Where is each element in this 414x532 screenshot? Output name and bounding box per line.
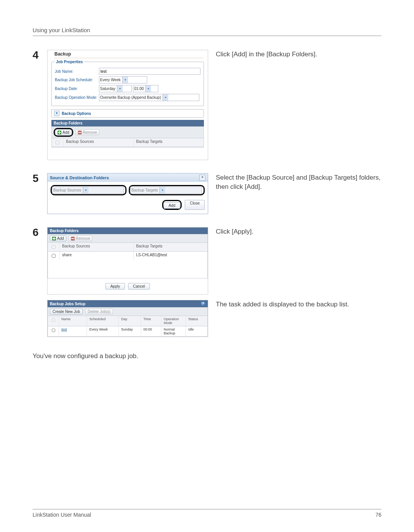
close-button[interactable]: Close: [185, 200, 205, 210]
cell-mode: Normal Backup: [161, 326, 186, 336]
col-status: Status: [186, 316, 207, 326]
remove-button[interactable]: Remove: [69, 236, 92, 241]
day-select[interactable]: Saturday▾: [99, 85, 132, 92]
job-name-link[interactable]: test: [59, 326, 87, 336]
step-number: 4: [33, 50, 47, 61]
chevron-down-icon: ▾: [145, 85, 151, 92]
plus-icon: [52, 237, 56, 241]
jobs-setup-title: Backup Jobs Setup: [50, 302, 85, 306]
panel-title: Backup: [54, 51, 208, 57]
step-description: Click [Add] in the [Backup Folders].: [216, 50, 381, 59]
col-targets: Backup Targets: [134, 138, 204, 147]
step-description: Select the [Backup Source] and [Backup T…: [216, 173, 381, 192]
job-name-label: Job Name:: [55, 69, 99, 74]
chevron-down-icon: ▾: [83, 187, 89, 193]
delete-job-button[interactable]: Delete Job(s): [85, 309, 113, 314]
step-6: 6 Backup Folders Add Remove Backup Sourc…: [33, 227, 381, 295]
select-all-checkbox[interactable]: [52, 318, 55, 322]
minus-icon: [78, 131, 82, 134]
step-5: 5 Source & Destination Folders × Backup …: [33, 173, 381, 214]
chapter-title: Using your LinkStation: [33, 27, 381, 36]
select-all-checkbox[interactable]: [56, 141, 59, 144]
schedule-select[interactable]: Every Week▾: [99, 76, 147, 83]
backup-options-toggle[interactable]: ▾ Backup Options: [51, 109, 204, 118]
dialog-title: Source & Destination Folders: [50, 175, 109, 180]
apply-button[interactable]: Apply: [105, 283, 125, 290]
highlight-ring: Backup Targets▾: [129, 185, 205, 195]
refresh-icon[interactable]: ⟳: [201, 301, 205, 306]
step-description: Click [Apply].: [216, 227, 381, 236]
table-row[interactable]: test Every Week Sunday 00:00 Normal Back…: [48, 326, 207, 336]
jobs-list-section: Backup Jobs Setup ⟳ Create New Job Delet…: [33, 300, 381, 337]
select-all-checkbox[interactable]: [52, 245, 56, 249]
plus-icon: [58, 131, 61, 134]
chevron-down-icon: ▾: [159, 187, 165, 193]
step-number: 5: [33, 173, 47, 184]
mode-select[interactable]: Overwrite Backup (Append Backup)▾: [99, 94, 199, 101]
target-select[interactable]: Backup Targets▾: [130, 187, 202, 194]
add-button[interactable]: Add: [164, 202, 181, 209]
schedule-label: Backup Job Schedule:: [55, 78, 99, 82]
footer-page: 76: [375, 512, 381, 518]
cancel-button[interactable]: Cancel: [128, 283, 150, 290]
step-4: 4 Backup Job Properties Job Name: Backup…: [33, 50, 381, 160]
mode-label: Backup Operation Mode:: [55, 95, 99, 100]
chevron-down-icon: ▾: [122, 77, 128, 83]
col-targets: Backup Targets: [134, 243, 207, 251]
row-checkbox[interactable]: [52, 254, 56, 258]
cell-source: share: [60, 252, 134, 260]
col-sources: Backup Sources: [60, 243, 134, 251]
backup-folders-header: Backup Folders: [51, 120, 204, 126]
col-name: Name: [59, 316, 87, 326]
col-day: Day: [119, 316, 141, 326]
remove-button[interactable]: Remove: [76, 129, 99, 135]
source-select[interactable]: Backup Sources▾: [52, 187, 124, 194]
create-job-button[interactable]: Create New Job: [50, 309, 83, 314]
highlight-ring: Add: [162, 200, 182, 210]
footer-manual: LinkStation User Manual: [33, 512, 91, 518]
col-sources: Backup Sources: [64, 138, 134, 147]
job-name-input[interactable]: [99, 68, 200, 75]
cell-target: LS-CHLAB1@test: [134, 252, 207, 260]
highlight-ring: Add: [54, 128, 73, 137]
cell-scheduled: Every Week: [87, 326, 119, 336]
col-time: Time: [141, 316, 161, 326]
backup-folders-header: Backup Folders: [48, 228, 208, 234]
highlight-ring: Backup Sources▾: [51, 185, 127, 195]
cell-day: Sunday: [119, 326, 141, 336]
col-mode: Operation Mode: [161, 316, 186, 326]
add-button[interactable]: Add: [55, 129, 72, 135]
col-scheduled: Scheduled: [87, 316, 119, 326]
cell-status: Idle: [186, 326, 207, 336]
chevron-down-icon: ▾: [117, 85, 123, 92]
job-properties-legend: Job Properties: [55, 60, 84, 64]
add-button[interactable]: Add: [50, 236, 66, 241]
closing-text: You've now configured a backup job.: [33, 352, 381, 360]
time-select[interactable]: 01:00▾: [133, 85, 158, 92]
step-description: The task added is displayed to the backu…: [216, 300, 381, 309]
chevron-down-icon: ▾: [163, 94, 168, 101]
table-row[interactable]: share LS-CHLAB1@test: [48, 252, 207, 260]
cell-time: 00:00: [141, 326, 161, 336]
close-icon[interactable]: ×: [199, 175, 205, 181]
row-checkbox[interactable]: [52, 329, 55, 332]
minus-icon: [71, 237, 75, 241]
backup-date-label: Backup Date:: [55, 87, 99, 91]
chevron-down-icon: ▾: [54, 111, 59, 116]
step-number: 6: [33, 227, 47, 238]
